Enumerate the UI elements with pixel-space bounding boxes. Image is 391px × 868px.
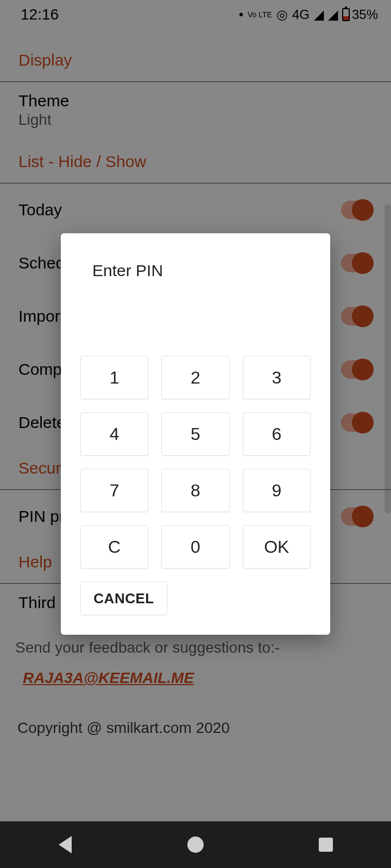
key-clear[interactable]: C bbox=[80, 525, 148, 569]
pin-dialog: Enter PIN 1 2 3 4 5 6 7 8 9 C 0 OK CANCE… bbox=[61, 233, 330, 635]
key-7[interactable]: 7 bbox=[80, 469, 148, 512]
back-icon bbox=[59, 836, 72, 853]
nav-home-button[interactable] bbox=[186, 835, 205, 854]
pin-keypad: 1 2 3 4 5 6 7 8 9 C 0 OK bbox=[80, 356, 311, 569]
cancel-button[interactable]: CANCEL bbox=[80, 582, 167, 615]
home-icon bbox=[187, 837, 204, 853]
recents-icon bbox=[319, 838, 333, 852]
key-5[interactable]: 5 bbox=[161, 412, 229, 456]
key-1[interactable]: 1 bbox=[80, 356, 148, 399]
key-3[interactable]: 3 bbox=[243, 356, 311, 399]
key-6[interactable]: 6 bbox=[243, 412, 311, 456]
nav-recents-button[interactable] bbox=[316, 835, 336, 854]
key-4[interactable]: 4 bbox=[80, 412, 148, 456]
dialog-title: Enter PIN bbox=[80, 261, 311, 280]
nav-back-button[interactable] bbox=[55, 835, 75, 854]
key-0[interactable]: 0 bbox=[161, 525, 229, 569]
key-8[interactable]: 8 bbox=[161, 469, 229, 512]
system-navbar bbox=[0, 821, 391, 868]
key-ok[interactable]: OK bbox=[243, 525, 311, 569]
key-2[interactable]: 2 bbox=[161, 356, 229, 399]
key-9[interactable]: 9 bbox=[243, 469, 311, 512]
